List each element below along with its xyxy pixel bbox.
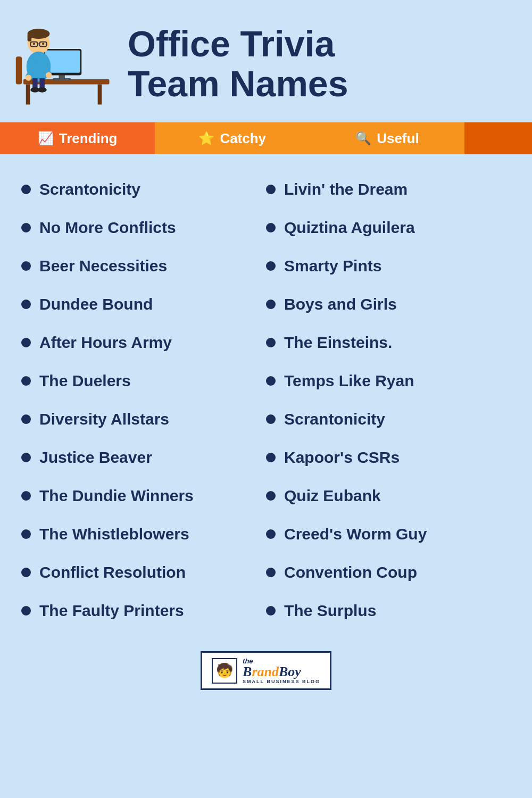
logo-icon: 🧒 (212, 658, 237, 684)
list-item: Livin' the Dream (266, 170, 511, 209)
bullet (266, 606, 276, 616)
svg-rect-1 (26, 84, 30, 104)
trending-label: Trending (59, 130, 118, 147)
list-item: The Dundie Winners (21, 477, 266, 515)
item-text: Smarty Pints (284, 256, 381, 276)
header-illustration (13, 18, 114, 111)
title-line1: Office Trivia (128, 23, 335, 64)
bullet (266, 529, 276, 539)
footer: 🧒 the BrandBoy SMALL BUSINESS BLOG (201, 651, 331, 690)
item-text: Beer Necessities (39, 256, 167, 276)
tab-trending[interactable]: 📈 Trending (0, 122, 155, 154)
left-column: Scrantonicity No More Conflicts Beer Nec… (21, 170, 266, 630)
list-item: Kapoor's CSRs (266, 438, 511, 477)
item-text: The Duelers (39, 371, 131, 390)
list-item: Justice Beaver (21, 438, 266, 477)
item-text: Boys and Girls (284, 295, 397, 314)
list-item: The Einsteins. (266, 323, 511, 362)
header: Office Trivia Team Names (0, 0, 532, 122)
list-item: Boys and Girls (266, 285, 511, 323)
bullet (266, 185, 276, 194)
main-title: Office Trivia Team Names (128, 24, 516, 104)
list-item: The Whistleblowers (21, 515, 266, 553)
bullet (21, 414, 31, 424)
item-text: Conflict Resolution (39, 563, 186, 582)
bullet (21, 529, 31, 539)
list-item: Dundee Bound (21, 285, 266, 323)
item-text: The Faulty Printers (39, 601, 184, 620)
item-text: Temps Like Ryan (284, 371, 414, 390)
logo-brand: BrandBoy (243, 665, 301, 679)
bullet (21, 376, 31, 386)
svg-rect-2 (98, 84, 102, 104)
bullet (21, 185, 31, 194)
svg-point-14 (42, 43, 44, 45)
list-item: Quiz Eubank (266, 477, 511, 515)
bullet (21, 223, 31, 232)
trending-icon: 📈 (38, 131, 54, 146)
bullet (21, 300, 31, 309)
right-column: Livin' the Dream Quiztina Aguilera Smart… (266, 170, 511, 630)
item-text: Creed's Worm Guy (284, 525, 427, 544)
item-text: Scrantonicity (284, 410, 385, 429)
bullet (21, 453, 31, 462)
svg-point-18 (26, 74, 31, 80)
bullet (266, 414, 276, 424)
bullet (21, 491, 31, 501)
svg-rect-9 (28, 34, 32, 41)
list-item: Diversity Allstars (21, 400, 266, 438)
title-block: Office Trivia Team Names (128, 24, 516, 104)
useful-label: Useful (377, 130, 419, 147)
logo-text-block: the BrandBoy SMALL BUSINESS BLOG (243, 657, 320, 684)
list-item: Temps Like Ryan (266, 362, 511, 400)
item-text: The Whistleblowers (39, 525, 189, 544)
illustration (11, 16, 117, 112)
svg-rect-4 (53, 78, 71, 81)
logo-sub: SMALL BUSINESS BLOG (243, 679, 320, 684)
item-text: Kapoor's CSRs (284, 448, 400, 467)
item-text: Diversity Allstars (39, 410, 169, 429)
item-text: The Einsteins. (284, 333, 392, 352)
title-line2: Team Names (128, 63, 348, 104)
bullet (266, 223, 276, 232)
list-item: No More Conflicts (21, 209, 266, 247)
bullet (266, 453, 276, 462)
bullet (21, 606, 31, 616)
item-text: Livin' the Dream (284, 180, 408, 199)
list-item: After Hours Army (21, 323, 266, 362)
list-item: The Faulty Printers (21, 592, 266, 630)
item-text: Quiztina Aguilera (284, 218, 415, 237)
bullet (266, 261, 276, 271)
list-item: Conflict Resolution (21, 553, 266, 592)
list-item: Convention Coup (266, 553, 511, 592)
item-text: The Dundie Winners (39, 486, 194, 505)
tab-extra (464, 122, 532, 154)
tabs: 📈 Trending ⭐ Catchy 🔍 Useful (0, 122, 532, 154)
list-item: Beer Necessities (21, 247, 266, 285)
item-text: Quiz Eubank (284, 486, 381, 505)
svg-rect-20 (16, 56, 22, 84)
item-text: The Surplus (284, 601, 376, 620)
tab-useful[interactable]: 🔍 Useful (310, 122, 464, 154)
svg-point-19 (46, 72, 52, 78)
svg-point-13 (33, 43, 35, 45)
bullet (266, 568, 276, 577)
list-item: Creed's Worm Guy (266, 515, 511, 553)
page: Office Trivia Team Names 📈 Trending ⭐ Ca… (0, 0, 532, 798)
list-item: Scrantonicity (21, 170, 266, 209)
bullet (21, 261, 31, 271)
list-area: Scrantonicity No More Conflicts Beer Nec… (0, 154, 532, 641)
bullet (21, 338, 31, 347)
item-text: No More Conflicts (39, 218, 176, 237)
list-item: Quiztina Aguilera (266, 209, 511, 247)
list-item: The Surplus (266, 592, 511, 630)
bullet (266, 300, 276, 309)
tab-catchy[interactable]: ⭐ Catchy (155, 122, 310, 154)
useful-icon: 🔍 (355, 131, 371, 146)
list-item: The Duelers (21, 362, 266, 400)
list-item: Smarty Pints (266, 247, 511, 285)
item-text: Scrantonicity (39, 180, 140, 199)
bullet (21, 568, 31, 577)
item-text: Convention Coup (284, 563, 417, 582)
bullet (266, 338, 276, 347)
